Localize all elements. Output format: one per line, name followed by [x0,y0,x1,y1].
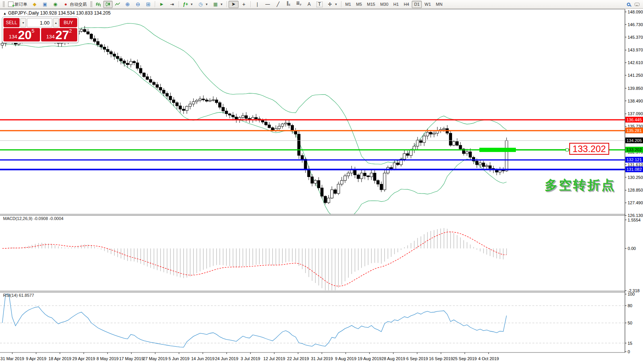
shapes-icon: ✢ [327,1,333,7]
svg-text:22 Jul 2019: 22 Jul 2019 [287,356,309,361]
svg-text:100: 100 [628,292,635,296]
rsi-value: 61.8577 [19,293,34,298]
navigator-button[interactable]: ◉ [50,1,60,8]
buy-price-pips: 27 [55,29,69,41]
autotrade-button[interactable]: ● 自动交易 [61,1,89,8]
svg-text:16 Sep 2019: 16 Sep 2019 [429,356,453,361]
timeframe-w1-button[interactable]: W1 [422,1,433,8]
cursor-tool-button[interactable]: ➤ [229,1,239,8]
trendline-tool-button[interactable]: ╱ [273,1,283,8]
chart-shift-button[interactable]: ⇥ [167,1,177,8]
chat-icon [635,3,640,6]
hline-tool-button[interactable]: — [263,1,273,8]
templates-button[interactable]: ▦▼ [210,1,225,8]
highlight-bar [479,148,516,152]
svg-text:138.490: 138.490 [628,99,643,103]
svg-text:27 May 2019: 27 May 2019 [143,356,167,361]
svg-text:136.445: 136.445 [626,117,642,122]
buy-price-button[interactable]: 134272 [41,28,78,41]
candlestick-mode-button[interactable] [103,1,113,8]
line-chart-mode-button[interactable] [113,1,122,8]
sell-button[interactable]: SELL [3,18,20,27]
buy-price-point: 2 [69,29,72,33]
svg-text:29 Apr 2019: 29 Apr 2019 [72,356,95,361]
text-tool-button[interactable]: A [304,1,314,8]
vline-tool-button[interactable]: | [252,1,262,8]
mt4-window: 新订单 ◆ ▣ ◉ ● 自动交易 ⊕ ⊖ ⊞ ▶ ⇥ ƒ+▼ ◷▼ ▦▼ ➤ +… [0,0,643,364]
navigator-icon: ◉ [52,1,58,7]
data-window-icon: ▣ [42,1,48,7]
panel-collapse-icon[interactable]: ▲ [3,12,7,15]
fibonacci-tool-button[interactable]: ≣F [294,1,304,8]
chart-title-text: GBPJPY-,Daily 130.928 134.534 130.833 13… [8,10,111,16]
macd-label: MACD(12,26,9) -0.0908 -0.0004 [3,216,63,221]
sell-price-button[interactable]: 134205 [3,28,40,41]
tile-windows-button[interactable]: ⊞ [143,1,153,8]
sell-price-point: 5 [31,29,34,33]
label-tool-button[interactable]: T [315,1,325,8]
market-watch-icon: ◆ [31,1,38,7]
zoom-in-button[interactable]: ⊕ [123,1,133,8]
svg-text:25 Sep 2019: 25 Sep 2019 [453,356,477,361]
svg-text:146.730: 146.730 [628,22,643,27]
svg-text:12 Jul 2019: 12 Jul 2019 [263,356,285,361]
autotrade-label: 自动交易 [70,2,87,7]
svg-text:134.205: 134.205 [626,138,642,143]
timeframe-m1-button[interactable]: M1 [343,1,353,8]
dropdown-arrow-icon: ▼ [205,3,208,6]
turning-point-note: 多空转折点 [545,177,616,194]
search-button[interactable] [625,1,632,8]
bar-chart-mode-button[interactable] [94,1,103,8]
shapes-tool-button[interactable]: ✢▼ [325,1,340,8]
svg-text:28 Aug 2019: 28 Aug 2019 [381,356,405,361]
periods-button[interactable]: ◷▼ [196,1,210,8]
volume-input[interactable]: 1.00 [27,18,52,27]
trendline-icon: ╱ [275,1,281,7]
svg-text:143.970: 143.970 [628,48,643,52]
svg-text:130.250: 130.250 [628,175,643,180]
data-window-button[interactable]: ▣ [40,1,50,8]
channel-tool-button[interactable]: ∥E [283,1,293,8]
new-order-button[interactable]: 新订单 [6,1,29,8]
community-chat-button[interactable] [633,1,641,8]
one-click-trading-panel: SELL ▼ 1.00 ▲ BUY 134205 134272 [2,17,79,43]
timeframe-h4-button[interactable]: H4 [401,1,411,8]
zoom-out-button[interactable]: ⊖ [133,1,143,8]
toolbar-grip[interactable] [3,1,5,7]
macd-name: MACD(12,26,9) [3,216,32,221]
indicators-button[interactable]: ƒ+▼ [181,1,195,8]
market-watch-button[interactable]: ◆ [30,1,40,8]
crosshair-tool-button[interactable]: + [239,1,249,8]
timeframe-bar: M1M5M15M30H1H4D1W1MN [343,1,445,8]
timeframe-m15-button[interactable]: M15 [365,1,377,8]
fibonacci-icon: ≣F [296,0,302,8]
dropdown-arrow-icon: ▼ [220,3,223,6]
timeframe-m5-button[interactable]: M5 [354,1,364,8]
timeframe-h1-button[interactable]: H1 [391,1,401,8]
svg-text:0: 0 [628,349,630,354]
svg-text:31 Mar 2019: 31 Mar 2019 [0,356,24,361]
line-chart-icon [115,2,120,7]
text-tool-icon: A [306,1,312,7]
svg-text:24 Jun 2019: 24 Jun 2019 [215,356,239,361]
timeframe-d1-button[interactable]: D1 [412,1,422,8]
svg-text:18 Apr 2019: 18 Apr 2019 [48,356,71,361]
toolbar-grip[interactable] [90,1,92,7]
horizontal-line-icon: — [265,1,271,7]
buy-button[interactable]: BUY [60,18,77,27]
autotrade-icon: ● [63,1,69,7]
volume-decrease-button[interactable]: ▼ [20,18,26,27]
rsi-name: RSI(14) [3,293,18,298]
svg-text:19 Aug 2019: 19 Aug 2019 [358,356,381,361]
svg-text:14 Jun 2019: 14 Jun 2019 [191,356,215,361]
volume-increase-button[interactable]: ▲ [53,18,59,27]
toolbar-separator [341,1,341,7]
auto-scroll-button[interactable]: ▶ [157,1,167,8]
price-callout-box[interactable]: 133.202 [569,143,609,155]
svg-text:141.250: 141.250 [628,73,643,78]
timeframe-mn-button[interactable]: MN [434,1,445,8]
timeframe-m30-button[interactable]: M30 [378,1,391,8]
toolbar-separator [250,1,251,7]
svg-text:5 Jun 2019: 5 Jun 2019 [169,356,189,361]
svg-text:126.130: 126.130 [628,213,643,218]
